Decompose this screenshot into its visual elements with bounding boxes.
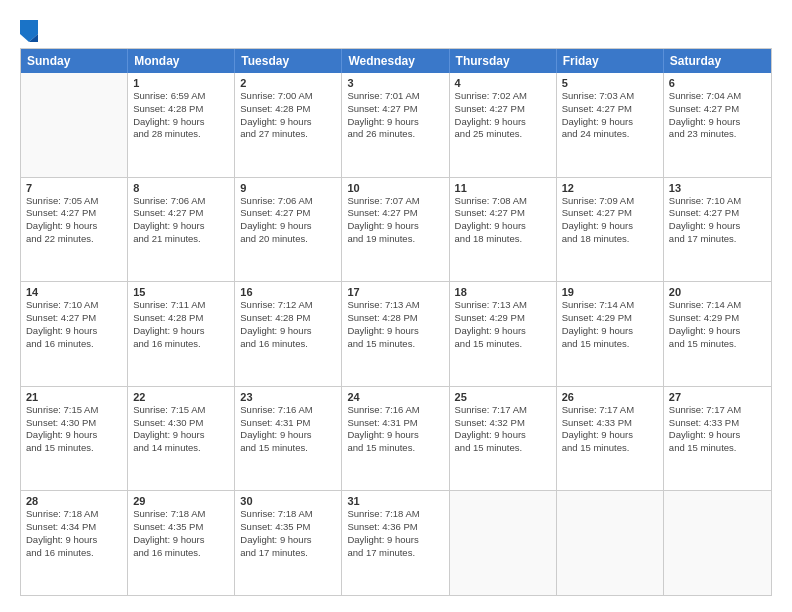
day-info: Sunrise: 7:09 AM Sunset: 4:27 PM Dayligh… xyxy=(562,195,658,246)
calendar-cell: 4Sunrise: 7:02 AM Sunset: 4:27 PM Daylig… xyxy=(450,73,557,177)
calendar-cell xyxy=(21,73,128,177)
header-day-wednesday: Wednesday xyxy=(342,49,449,73)
day-info: Sunrise: 7:14 AM Sunset: 4:29 PM Dayligh… xyxy=(669,299,766,350)
calendar-week-5: 28Sunrise: 7:18 AM Sunset: 4:34 PM Dayli… xyxy=(21,491,771,595)
day-info: Sunrise: 7:16 AM Sunset: 4:31 PM Dayligh… xyxy=(240,404,336,455)
calendar-cell: 24Sunrise: 7:16 AM Sunset: 4:31 PM Dayli… xyxy=(342,387,449,491)
calendar-cell: 22Sunrise: 7:15 AM Sunset: 4:30 PM Dayli… xyxy=(128,387,235,491)
calendar-cell: 3Sunrise: 7:01 AM Sunset: 4:27 PM Daylig… xyxy=(342,73,449,177)
header-day-saturday: Saturday xyxy=(664,49,771,73)
day-info: Sunrise: 7:17 AM Sunset: 4:33 PM Dayligh… xyxy=(562,404,658,455)
day-number: 10 xyxy=(347,182,443,194)
day-number: 2 xyxy=(240,77,336,89)
calendar-cell: 30Sunrise: 7:18 AM Sunset: 4:35 PM Dayli… xyxy=(235,491,342,595)
day-number: 25 xyxy=(455,391,551,403)
calendar-week-3: 14Sunrise: 7:10 AM Sunset: 4:27 PM Dayli… xyxy=(21,282,771,387)
calendar-cell: 9Sunrise: 7:06 AM Sunset: 4:27 PM Daylig… xyxy=(235,178,342,282)
header-day-thursday: Thursday xyxy=(450,49,557,73)
page: SundayMondayTuesdayWednesdayThursdayFrid… xyxy=(0,0,792,612)
day-number: 20 xyxy=(669,286,766,298)
day-number: 15 xyxy=(133,286,229,298)
header-day-friday: Friday xyxy=(557,49,664,73)
header-day-monday: Monday xyxy=(128,49,235,73)
day-info: Sunrise: 6:59 AM Sunset: 4:28 PM Dayligh… xyxy=(133,90,229,141)
calendar-cell xyxy=(664,491,771,595)
day-info: Sunrise: 7:16 AM Sunset: 4:31 PM Dayligh… xyxy=(347,404,443,455)
day-info: Sunrise: 7:06 AM Sunset: 4:27 PM Dayligh… xyxy=(240,195,336,246)
day-info: Sunrise: 7:10 AM Sunset: 4:27 PM Dayligh… xyxy=(669,195,766,246)
day-number: 18 xyxy=(455,286,551,298)
day-info: Sunrise: 7:02 AM Sunset: 4:27 PM Dayligh… xyxy=(455,90,551,141)
calendar-cell: 1Sunrise: 6:59 AM Sunset: 4:28 PM Daylig… xyxy=(128,73,235,177)
day-number: 17 xyxy=(347,286,443,298)
day-number: 5 xyxy=(562,77,658,89)
day-number: 28 xyxy=(26,495,122,507)
calendar-cell: 21Sunrise: 7:15 AM Sunset: 4:30 PM Dayli… xyxy=(21,387,128,491)
calendar-cell: 5Sunrise: 7:03 AM Sunset: 4:27 PM Daylig… xyxy=(557,73,664,177)
day-info: Sunrise: 7:18 AM Sunset: 4:36 PM Dayligh… xyxy=(347,508,443,559)
day-info: Sunrise: 7:13 AM Sunset: 4:28 PM Dayligh… xyxy=(347,299,443,350)
day-number: 11 xyxy=(455,182,551,194)
header-day-sunday: Sunday xyxy=(21,49,128,73)
day-info: Sunrise: 7:13 AM Sunset: 4:29 PM Dayligh… xyxy=(455,299,551,350)
day-info: Sunrise: 7:03 AM Sunset: 4:27 PM Dayligh… xyxy=(562,90,658,141)
calendar-cell xyxy=(557,491,664,595)
day-number: 24 xyxy=(347,391,443,403)
calendar-cell: 7Sunrise: 7:05 AM Sunset: 4:27 PM Daylig… xyxy=(21,178,128,282)
logo-icon xyxy=(20,20,38,42)
calendar-cell: 6Sunrise: 7:04 AM Sunset: 4:27 PM Daylig… xyxy=(664,73,771,177)
day-info: Sunrise: 7:14 AM Sunset: 4:29 PM Dayligh… xyxy=(562,299,658,350)
calendar-cell: 16Sunrise: 7:12 AM Sunset: 4:28 PM Dayli… xyxy=(235,282,342,386)
calendar-week-4: 21Sunrise: 7:15 AM Sunset: 4:30 PM Dayli… xyxy=(21,387,771,492)
day-number: 8 xyxy=(133,182,229,194)
calendar-cell: 15Sunrise: 7:11 AM Sunset: 4:28 PM Dayli… xyxy=(128,282,235,386)
day-info: Sunrise: 7:01 AM Sunset: 4:27 PM Dayligh… xyxy=(347,90,443,141)
day-number: 4 xyxy=(455,77,551,89)
calendar-cell: 11Sunrise: 7:08 AM Sunset: 4:27 PM Dayli… xyxy=(450,178,557,282)
calendar-cell xyxy=(450,491,557,595)
calendar-cell: 26Sunrise: 7:17 AM Sunset: 4:33 PM Dayli… xyxy=(557,387,664,491)
calendar: SundayMondayTuesdayWednesdayThursdayFrid… xyxy=(20,48,772,596)
day-info: Sunrise: 7:18 AM Sunset: 4:34 PM Dayligh… xyxy=(26,508,122,559)
day-number: 26 xyxy=(562,391,658,403)
calendar-body: 1Sunrise: 6:59 AM Sunset: 4:28 PM Daylig… xyxy=(21,73,771,595)
day-info: Sunrise: 7:11 AM Sunset: 4:28 PM Dayligh… xyxy=(133,299,229,350)
calendar-cell: 17Sunrise: 7:13 AM Sunset: 4:28 PM Dayli… xyxy=(342,282,449,386)
day-number: 19 xyxy=(562,286,658,298)
day-number: 7 xyxy=(26,182,122,194)
day-number: 3 xyxy=(347,77,443,89)
day-number: 14 xyxy=(26,286,122,298)
calendar-week-2: 7Sunrise: 7:05 AM Sunset: 4:27 PM Daylig… xyxy=(21,178,771,283)
day-number: 29 xyxy=(133,495,229,507)
day-info: Sunrise: 7:04 AM Sunset: 4:27 PM Dayligh… xyxy=(669,90,766,141)
day-info: Sunrise: 7:08 AM Sunset: 4:27 PM Dayligh… xyxy=(455,195,551,246)
day-info: Sunrise: 7:10 AM Sunset: 4:27 PM Dayligh… xyxy=(26,299,122,350)
day-info: Sunrise: 7:18 AM Sunset: 4:35 PM Dayligh… xyxy=(240,508,336,559)
day-info: Sunrise: 7:00 AM Sunset: 4:28 PM Dayligh… xyxy=(240,90,336,141)
calendar-week-1: 1Sunrise: 6:59 AM Sunset: 4:28 PM Daylig… xyxy=(21,73,771,178)
day-info: Sunrise: 7:15 AM Sunset: 4:30 PM Dayligh… xyxy=(26,404,122,455)
calendar-cell: 25Sunrise: 7:17 AM Sunset: 4:32 PM Dayli… xyxy=(450,387,557,491)
day-number: 6 xyxy=(669,77,766,89)
day-number: 13 xyxy=(669,182,766,194)
day-info: Sunrise: 7:07 AM Sunset: 4:27 PM Dayligh… xyxy=(347,195,443,246)
calendar-cell: 10Sunrise: 7:07 AM Sunset: 4:27 PM Dayli… xyxy=(342,178,449,282)
calendar-cell: 12Sunrise: 7:09 AM Sunset: 4:27 PM Dayli… xyxy=(557,178,664,282)
header-day-tuesday: Tuesday xyxy=(235,49,342,73)
calendar-cell: 20Sunrise: 7:14 AM Sunset: 4:29 PM Dayli… xyxy=(664,282,771,386)
day-number: 22 xyxy=(133,391,229,403)
calendar-cell: 29Sunrise: 7:18 AM Sunset: 4:35 PM Dayli… xyxy=(128,491,235,595)
day-number: 27 xyxy=(669,391,766,403)
logo xyxy=(20,20,40,42)
calendar-cell: 31Sunrise: 7:18 AM Sunset: 4:36 PM Dayli… xyxy=(342,491,449,595)
calendar-cell: 27Sunrise: 7:17 AM Sunset: 4:33 PM Dayli… xyxy=(664,387,771,491)
calendar-cell: 23Sunrise: 7:16 AM Sunset: 4:31 PM Dayli… xyxy=(235,387,342,491)
day-number: 31 xyxy=(347,495,443,507)
day-number: 23 xyxy=(240,391,336,403)
day-info: Sunrise: 7:06 AM Sunset: 4:27 PM Dayligh… xyxy=(133,195,229,246)
calendar-cell: 14Sunrise: 7:10 AM Sunset: 4:27 PM Dayli… xyxy=(21,282,128,386)
day-number: 30 xyxy=(240,495,336,507)
calendar-cell: 8Sunrise: 7:06 AM Sunset: 4:27 PM Daylig… xyxy=(128,178,235,282)
day-info: Sunrise: 7:05 AM Sunset: 4:27 PM Dayligh… xyxy=(26,195,122,246)
calendar-cell: 18Sunrise: 7:13 AM Sunset: 4:29 PM Dayli… xyxy=(450,282,557,386)
